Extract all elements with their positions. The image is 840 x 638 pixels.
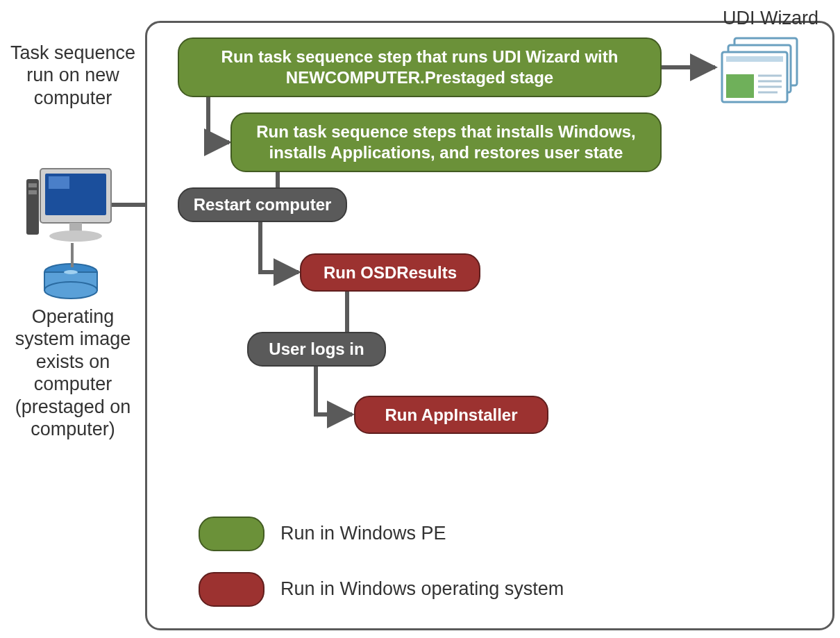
svg-rect-10	[28, 183, 37, 187]
svg-point-8	[49, 230, 102, 242]
svg-rect-4	[40, 169, 111, 223]
osdresults-text: Run OSDResults	[324, 262, 457, 283]
appinstaller-text: Run AppInstaller	[385, 405, 517, 426]
step1-text: Run task sequence step that runs UDI Wiz…	[192, 47, 648, 88]
svg-rect-11	[28, 190, 37, 194]
svg-point-12	[44, 264, 97, 280]
legend-swatch-os	[199, 572, 264, 607]
step-user-logs-in: User logs in	[247, 332, 386, 367]
step-restart: Restart computer	[178, 187, 347, 222]
svg-rect-6	[49, 176, 69, 189]
computer-icon	[26, 169, 111, 242]
svg-rect-13	[44, 272, 97, 290]
step2-text: Run task sequence steps that installs Wi…	[244, 121, 648, 163]
legend-swatch-pe	[199, 517, 264, 551]
restart-text: Restart computer	[194, 194, 332, 215]
step-run-task-prestaged: Run task sequence step that runs UDI Wiz…	[178, 37, 662, 97]
svg-point-15	[64, 270, 78, 274]
udi-wizard-label: UDI Wizard	[708, 7, 833, 29]
os-image-label: Operating system image exists on compute…	[0, 305, 146, 440]
svg-rect-5	[45, 174, 106, 215]
legend-label-os: Run in Windows operating system	[280, 575, 697, 603]
task-sequence-label: Task sequence run on new computer	[0, 42, 146, 109]
svg-rect-7	[69, 223, 82, 233]
userlogs-text: User logs in	[269, 339, 364, 360]
diagram-canvas: UDI Wizard Task sequence run on new comp…	[0, 0, 840, 638]
svg-rect-9	[26, 179, 39, 235]
legend-label-pe: Run in Windows PE	[280, 519, 558, 547]
step-osdresults: Run OSDResults	[300, 253, 480, 292]
svg-point-14	[44, 282, 97, 299]
step-install-windows: Run task sequence steps that installs Wi…	[230, 112, 662, 172]
step-appinstaller: Run AppInstaller	[354, 396, 548, 434]
disk-icon	[44, 264, 97, 299]
